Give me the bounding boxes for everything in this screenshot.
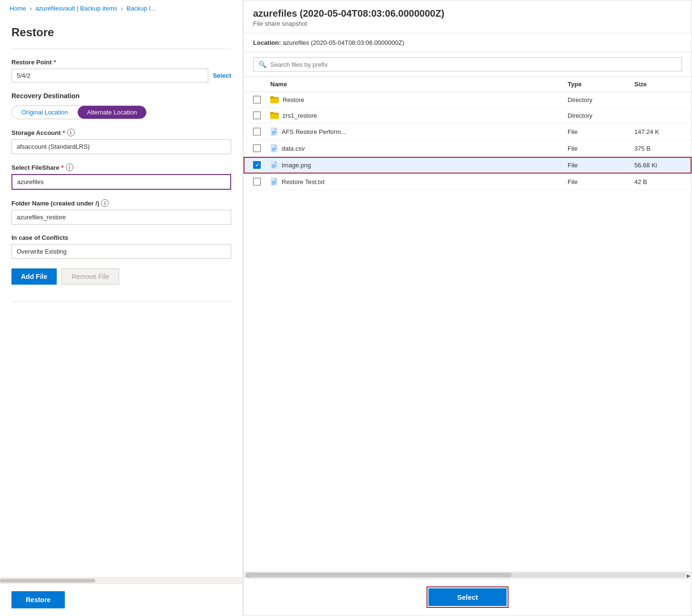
row-6-checkbox[interactable] [253,178,261,185]
row-3-checkbox[interactable] [253,128,261,135]
file-icon [270,161,278,169]
svg-rect-4 [272,149,276,150]
add-file-section: Add File Remove File [11,268,231,285]
add-file-button[interactable]: Add File [11,268,57,285]
row-5-checkbox[interactable] [253,161,261,169]
row-2-type: Directory [568,112,634,119]
storage-account-group: Storage Account * i [11,129,231,154]
svg-rect-0 [272,131,276,132]
row-3-type: File [568,128,634,135]
svg-rect-10 [272,183,276,183]
right-footer: Select [244,578,692,616]
row-4-name: data.csv [270,144,568,153]
scroll-right-arrow[interactable]: ▶ [685,572,692,579]
row-5-size: 56.68 Ki [634,162,682,169]
row-1-type: Directory [568,96,634,103]
breadcrumb: Home › azurefilesvault | Backup items › … [0,0,243,16]
row-6-size: 42 B [634,178,682,185]
alternate-location-btn[interactable]: Alternate Location [78,106,147,119]
right-panel: azurefiles (2020-05-04T08:03:06.0000000Z… [243,0,692,616]
divider [11,49,231,49]
storage-account-input[interactable] [11,139,231,154]
scroll-thumb-h [245,573,512,577]
row-4-checkbox[interactable] [253,144,261,152]
page-title: Restore [11,26,231,39]
svg-rect-1 [272,133,276,133]
file-icon [270,177,278,186]
restore-point-select[interactable]: Select [213,72,231,79]
left-content: Restore Restore Point * 5/4/2 Select Rec… [0,16,243,577]
folder-name-group: Folder Name (created under /) i [11,199,231,225]
scroll-track [245,573,690,577]
location-value: azurefiles (2020-05-04T08:03:06.0000000Z… [283,39,404,46]
left-scroll-thumb [0,579,95,583]
conflicts-input[interactable] [11,244,231,259]
table-row: Restore Test.txt File 42 B [244,174,692,190]
remove-file-button[interactable]: Remove File [61,268,119,285]
snapshot-subtitle: File share snapshot [253,20,682,27]
right-header: azurefiles (2020-05-04T08:03:06.0000000Z… [244,0,692,33]
left-scrollbar[interactable] [0,577,243,583]
restore-point-group: Restore Point * 5/4/2 Select [11,59,231,82]
folder-name-info-icon[interactable]: i [101,199,109,207]
fileshare-info-icon[interactable]: i [66,164,73,171]
file-icon [270,144,278,153]
folder-icon [270,112,279,119]
conflicts-group: In case of Conflicts [11,234,231,259]
breadcrumb-vault[interactable]: azurefilesvault | Backup items [35,5,117,12]
select-button[interactable]: Select [428,588,507,606]
storage-account-info-icon[interactable]: i [67,129,75,136]
svg-rect-7 [272,166,276,166]
row-1-checkbox[interactable] [253,96,261,103]
right-h-scrollbar[interactable]: ◀ ▶ [244,572,692,578]
table-row: AFS Restore Perform... File 147.24 K [244,123,692,140]
restore-button[interactable]: Restore [11,591,65,608]
row-4-type: File [568,145,634,152]
svg-rect-2 [272,134,275,134]
conflicts-label: In case of Conflicts [11,234,231,241]
row-4-size: 375 B [634,145,682,152]
svg-rect-8 [272,167,275,168]
svg-rect-6 [272,164,276,165]
row-3-name: AFS Restore Perform... [270,127,568,136]
file-btn-row: Add File Remove File [11,268,231,285]
table-row: zrs1_restore Directory [244,108,692,123]
breadcrumb-home[interactable]: Home [10,5,26,12]
file-icon [270,127,278,136]
restore-point-row: 5/4/2 Select [11,69,231,82]
left-panel: Home › azurefilesvault | Backup items › … [0,0,243,616]
header-type: Type [568,81,634,88]
fileshare-input[interactable] [11,174,231,190]
search-input[interactable] [270,61,677,68]
search-bar-container: 🔍 [244,52,692,77]
svg-rect-3 [272,148,276,148]
row-1-name: Restore [270,96,568,103]
toggle-group: Original Location Alternate Location [11,105,147,119]
snapshot-title: azurefiles (2020-05-04T08:03:06.0000000Z… [253,8,682,19]
breadcrumb-backup[interactable]: Backup I... [127,5,156,12]
table-row: Restore Directory [244,92,692,108]
table-row: data.csv File 375 B [244,140,692,157]
location-label: Location: [253,39,281,46]
file-list-placeholder [11,292,231,302]
file-table: Restore Directory zrs1_restore Directory [244,92,692,572]
folder-name-label: Folder Name (created under /) i [11,199,231,207]
header-size: Size [634,81,682,88]
row-2-checkbox[interactable] [253,112,261,119]
svg-rect-11 [272,184,275,185]
original-location-btn[interactable]: Original Location [12,106,78,119]
folder-name-input[interactable] [11,210,231,225]
table-row: Image.png File 56.68 Ki [244,157,692,174]
folder-icon [270,96,279,103]
required-asterisk: * [54,59,56,66]
restore-point-value: 5/4/2 [11,69,208,82]
row-5-type: File [568,162,634,169]
svg-rect-5 [272,151,275,151]
row-3-size: 147.24 K [634,128,682,135]
fileshare-group: Select FileShare * i [11,164,231,190]
search-icon: 🔍 [258,61,266,68]
row-2-name: zrs1_restore [270,112,568,119]
fileshare-label: Select FileShare * i [11,164,231,171]
row-6-type: File [568,178,634,185]
header-checkbox-col [253,81,270,88]
